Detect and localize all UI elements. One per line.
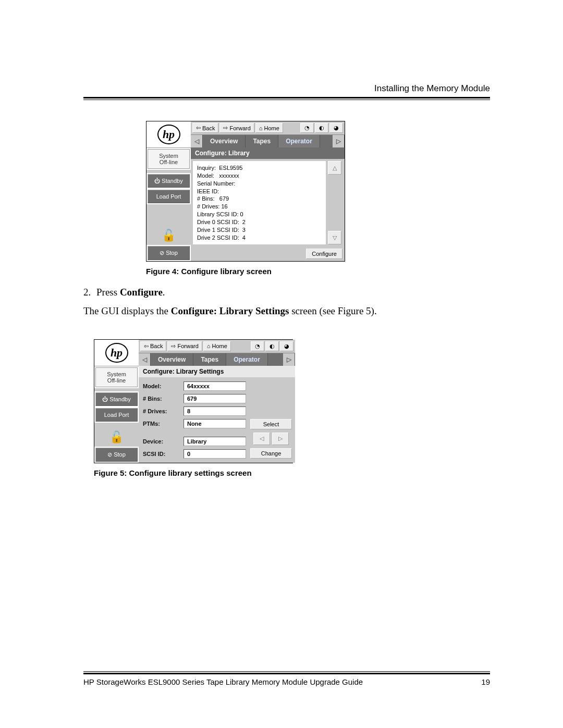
next-button[interactable]: ▷ — [272, 433, 289, 445]
tab-tapes[interactable]: Tapes — [193, 353, 226, 366]
tab-prev[interactable]: ◁ — [139, 353, 151, 366]
model-field[interactable]: 64xxxxx — [183, 381, 246, 391]
stop-button[interactable]: ⊘ Stop — [148, 246, 190, 260]
load-port-button[interactable]: Load Port — [95, 408, 138, 422]
device-field[interactable]: Library — [183, 437, 246, 446]
forward-arrow-icon: ⇨ — [223, 125, 228, 131]
forward-button[interactable]: ⇨Forward — [219, 123, 254, 133]
back-arrow-icon: ⇦ — [144, 343, 149, 350]
figure-5-caption: Figure 5: Configure library settings scr… — [94, 468, 490, 477]
power-icon: ⏻ — [102, 396, 109, 402]
light-button[interactable]: ◔ — [251, 341, 264, 351]
figure-4-caption: Figure 4: Configure library screen — [146, 267, 490, 276]
forward-button[interactable]: ⇨Forward — [167, 341, 202, 351]
contrast-button[interactable]: ◐ — [315, 123, 328, 133]
device-label: Device: — [143, 438, 180, 445]
tab-operator[interactable]: Operator — [278, 135, 320, 147]
scsi-id-field[interactable]: 0 — [183, 449, 246, 459]
lock-icon: 🔓 — [146, 226, 191, 245]
forward-arrow-icon: ⇨ — [171, 343, 176, 350]
bins-label: # Bins: — [143, 396, 180, 402]
load-port-button[interactable]: Load Port — [148, 190, 190, 203]
settings-form: Model: 64xxxxx # Bins: 679 # Drives: 8 P… — [139, 377, 250, 463]
figure-5: hp System Off-line ⏻ Standby Load Port 🔓… — [94, 339, 490, 477]
right-triangle-icon: ▷ — [278, 435, 283, 442]
stop-icon: ⊘ — [160, 250, 166, 256]
back-button[interactable]: ⇦Back — [140, 341, 166, 351]
tab-next[interactable]: ▷ — [283, 353, 295, 366]
scroll-up-button[interactable]: △ — [328, 161, 341, 175]
standby-button[interactable]: ⏻ Standby — [148, 174, 190, 188]
tab-next[interactable]: ▷ — [333, 135, 345, 147]
left-triangle-icon: ◁ — [260, 435, 264, 442]
page-footer: HP StorageWorks ESL9000 Series Tape Libr… — [83, 671, 490, 686]
gui-panel-configure-library-settings: hp System Off-line ⏻ Standby Load Port 🔓… — [94, 339, 293, 463]
toolbar: ⇦Back ⇨Forward ⌂Home ◔ ◐ ◕ — [139, 340, 295, 353]
contrast-icon: ◐ — [270, 343, 275, 350]
home-icon: ⌂ — [259, 125, 263, 131]
down-triangle-icon: ▽ — [333, 235, 337, 241]
dark-button[interactable]: ◕ — [280, 341, 293, 351]
droplet-icon: ◕ — [284, 343, 289, 350]
scsi-id-label: SCSI ID: — [143, 451, 180, 457]
bins-field[interactable]: 679 — [183, 394, 246, 403]
up-triangle-icon: △ — [333, 165, 337, 171]
tab-overview[interactable]: Overview — [151, 353, 193, 366]
ptms-field[interactable]: None — [183, 419, 246, 428]
light-button[interactable]: ◔ — [300, 123, 314, 133]
tab-bar: ◁ Overview Tapes Operator ▷ — [191, 135, 345, 147]
tab-prev[interactable]: ◁ — [191, 135, 203, 147]
header-rule — [83, 97, 490, 100]
back-arrow-icon: ⇦ — [196, 125, 201, 131]
back-button[interactable]: ⇦Back — [192, 123, 218, 133]
footer-title: HP StorageWorks ESL9000 Series Tape Libr… — [83, 677, 363, 686]
library-details: Inquiry: ESL9595 Model: xxxxxxx Serial N… — [193, 161, 326, 244]
system-status: System Off-line — [148, 149, 190, 169]
home-button[interactable]: ⌂Home — [255, 123, 283, 133]
tab-operator[interactable]: Operator — [226, 353, 268, 366]
step-2-desc: The GUI displays the Configure: Library … — [83, 304, 490, 318]
figure-4: hp System Off-line ⏻ Standby Load Port 🔓… — [146, 121, 490, 276]
droplet-icon: ◔ — [304, 125, 310, 131]
scroll-down-button[interactable]: ▽ — [328, 231, 341, 244]
dark-button[interactable]: ◕ — [329, 123, 343, 133]
gui-panel-configure-library: hp System Off-line ⏻ Standby Load Port 🔓… — [146, 121, 345, 262]
stop-button[interactable]: ⊘ Stop — [95, 448, 138, 462]
ptms-label: PTMs: — [143, 421, 180, 427]
contrast-icon: ◐ — [319, 125, 324, 131]
change-button[interactable]: Change — [250, 448, 292, 459]
section-title: Configure: Library Settings — [139, 366, 295, 377]
home-button[interactable]: ⌂Home — [203, 341, 231, 351]
contrast-button[interactable]: ◐ — [265, 341, 279, 351]
hp-logo: hp — [94, 340, 139, 366]
page-header: Installing the Memory Module — [83, 83, 490, 94]
droplet-icon: ◔ — [255, 343, 260, 350]
home-icon: ⌂ — [207, 343, 211, 349]
power-icon: ⏻ — [154, 178, 162, 184]
select-button[interactable]: Select — [250, 419, 292, 429]
section-title: Configure: Library — [191, 147, 345, 159]
system-status: System Off-line — [95, 367, 138, 387]
configure-button[interactable]: Configure — [306, 249, 342, 259]
tab-overview[interactable]: Overview — [203, 135, 246, 147]
prev-button[interactable]: ◁ — [253, 433, 270, 445]
hp-logo: hp — [146, 121, 191, 148]
drives-field[interactable]: 8 — [183, 406, 246, 416]
model-label: Model: — [143, 383, 180, 389]
lock-icon: 🔓 — [94, 428, 139, 447]
page-number: 19 — [481, 677, 490, 686]
droplet-icon: ◕ — [334, 125, 339, 131]
stop-icon: ⊘ — [107, 451, 114, 458]
standby-button[interactable]: ⏻ Standby — [95, 392, 138, 406]
tab-bar: ◁ Overview Tapes Operator ▷ — [139, 353, 295, 366]
step-2: 2. Press Configure. — [83, 285, 490, 300]
tab-tapes[interactable]: Tapes — [246, 135, 278, 147]
drives-label: # Drives: — [143, 408, 180, 414]
toolbar: ⇦Back ⇨Forward ⌂Home ◔ ◐ ◕ — [191, 121, 345, 135]
